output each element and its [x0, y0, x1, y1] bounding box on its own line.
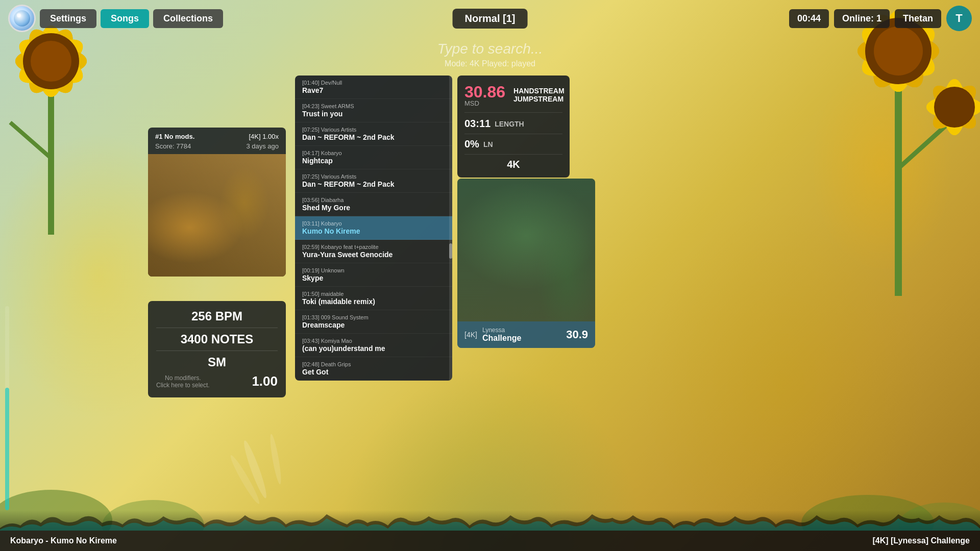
- no-mods-label: No modifiers.: [156, 374, 210, 382]
- keys-value: 4K: [464, 159, 562, 170]
- song-list-item[interactable]: [04:17] Kobaryo Nightcap: [295, 146, 452, 169]
- song-list-item[interactable]: [03:56] Diabarha Shed My Gore: [295, 193, 452, 216]
- app-logo[interactable]: [8, 5, 36, 32]
- song-title: Dan ~ REFORM ~ 2nd Pack: [302, 133, 445, 141]
- bpm-value: 256 BPM: [156, 309, 278, 323]
- timer-badge: 00:44: [789, 9, 829, 28]
- search-placeholder[interactable]: Type to search...: [362, 41, 618, 57]
- timer-value: 00:44: [797, 13, 821, 23]
- notes-value: 3400 NOTES: [156, 332, 278, 346]
- song-list-item[interactable]: [01:33] 009 Sound System Dreamscape: [295, 310, 452, 334]
- song-artist: [02:48] Death Grips: [302, 361, 445, 367]
- rate-value: 1.00: [252, 373, 278, 389]
- diff-thumbnail-inner: [457, 179, 595, 321]
- song-title: Skype: [302, 274, 445, 282]
- tag-2: JUMPSTREAM: [513, 95, 565, 103]
- ln-label: LN: [483, 140, 493, 148]
- status-diff-info: [4K] [Lynessa] Challenge: [872, 536, 970, 545]
- waveform: [0, 510, 980, 531]
- song-artist: [07:25] Various Artists: [302, 173, 445, 180]
- score-rank: #1 No mods.: [155, 133, 194, 140]
- scroll-bar[interactable]: [449, 76, 452, 381]
- song-artist: [01:33] 009 Sound System: [302, 314, 445, 320]
- song-list: [01:40] Dev/Null Rave7 [04:23] Sweet ARM…: [295, 76, 452, 381]
- info-panel: 30.86 MSD HANDSTREAM JUMPSTREAM 03:11 LE…: [457, 76, 570, 178]
- score-value-label: Score: 7784: [155, 142, 191, 150]
- diff-value: 30.9: [566, 328, 588, 341]
- song-title: Rave7: [302, 86, 445, 94]
- status-song-info: Kobaryo - Kumo No Kireme: [10, 536, 117, 545]
- song-title: Trust in you: [302, 110, 445, 118]
- song-list-item[interactable]: [03:11] Kobaryo Kumo No Kireme: [295, 216, 452, 240]
- username-badge[interactable]: Thetan: [895, 9, 941, 28]
- song-title: Toki (maidable remix): [302, 297, 445, 306]
- song-list-item[interactable]: [07:25] Various Artists Dan ~ REFORM ~ 2…: [295, 169, 452, 193]
- online-value: Online: 1: [842, 13, 881, 23]
- mode-badge[interactable]: Normal [1]: [453, 9, 528, 29]
- song-list-item[interactable]: [03:43] Komiya Mao (can you)understand m…: [295, 334, 452, 357]
- song-title: (can you)understand me: [302, 344, 445, 353]
- sm-value: SM: [156, 355, 278, 369]
- avatar-letter: T: [955, 12, 962, 25]
- topbar-right: 00:44 Online: 1 Thetan T: [789, 6, 972, 31]
- online-badge: Online: 1: [834, 9, 890, 28]
- keys-section: 4K: [464, 154, 562, 170]
- length-row: 03:11 LENGTH: [464, 112, 562, 130]
- score-panel-sub: Score: 7784 3 days ago: [148, 142, 286, 154]
- song-list-item[interactable]: [01:40] Dev/Null Rave7: [295, 76, 452, 99]
- song-list-item[interactable]: [02:48] Death Grips Get Got: [295, 357, 452, 381]
- stats-panel[interactable]: 256 BPM 3400 NOTES SM No modifiers. Clic…: [148, 301, 286, 397]
- status-bar: Kobaryo - Kumo No Kireme [4K] [Lynessa] …: [0, 531, 980, 551]
- stat-rate-labels: No modifiers. Click here to select.: [156, 374, 210, 389]
- song-artist: [07:25] Various Artists: [302, 127, 445, 133]
- song-list-item[interactable]: [00:19] Unknown Skype: [295, 263, 452, 287]
- score-value: 7784: [176, 142, 191, 150]
- mode-label: Normal [1]: [465, 13, 516, 24]
- username-label: Thetan: [903, 13, 933, 23]
- click-label: Click here to select.: [156, 382, 210, 389]
- ln-num: 0%: [464, 138, 479, 150]
- song-artist: [04:23] Sweet ARMS: [302, 103, 445, 109]
- song-title: Nightcap: [302, 157, 445, 165]
- song-title: Get Got: [302, 368, 445, 376]
- score-thumbnail: [148, 154, 286, 277]
- tag-1: HANDSTREAM: [513, 87, 565, 95]
- score-label: Score:: [155, 142, 175, 150]
- song-list-item[interactable]: [02:59] Kobaryo feat t+pazolite Yura-Yur…: [295, 240, 452, 263]
- song-title: Dan ~ REFORM ~ 2nd Pack: [302, 180, 445, 188]
- song-artist: [04:17] Kobaryo: [302, 150, 445, 156]
- songs-button[interactable]: Songs: [101, 9, 149, 28]
- volume-bar[interactable]: [5, 306, 9, 510]
- search-area: Type to search... Mode: 4K Played: playe…: [362, 41, 618, 68]
- song-artist: [01:40] Dev/Null: [302, 80, 445, 86]
- song-list-item[interactable]: [07:25] Various Artists Dan ~ REFORM ~ 2…: [295, 122, 452, 146]
- settings-button[interactable]: Settings: [40, 9, 96, 28]
- song-list-item[interactable]: [01:50] maidable Toki (maidable remix): [295, 287, 452, 310]
- score-rate: [4K] 1.00x: [249, 133, 279, 140]
- avatar[interactable]: T: [946, 6, 972, 31]
- length-label: LENGTH: [495, 120, 524, 128]
- volume-fill: [5, 388, 9, 510]
- song-artist: [02:59] Kobaryo feat t+pazolite: [302, 244, 445, 250]
- diff-panel[interactable]: [4K] Lynessa Challenge 30.9: [457, 179, 595, 348]
- diff-info: Lynessa Challenge: [482, 327, 521, 343]
- length-num: 03:11: [464, 118, 491, 130]
- ln-row: 0% LN: [464, 134, 562, 150]
- song-artist: [03:56] Diabarha: [302, 197, 445, 203]
- topbar: Settings Songs Collections Normal [1] 00…: [0, 0, 980, 37]
- diff-name: Challenge: [482, 334, 521, 343]
- msd-score: 30.86: [464, 83, 505, 102]
- song-artist: [01:50] maidable: [302, 291, 445, 297]
- song-artist: [03:11] Kobaryo: [302, 220, 445, 227]
- song-artist: [03:43] Komiya Mao: [302, 338, 445, 344]
- diff-creator: Lynessa: [482, 327, 521, 334]
- stat-divider-1: [156, 328, 278, 328]
- song-title: Dreamscape: [302, 321, 445, 329]
- song-artist: [00:19] Unknown: [302, 267, 445, 273]
- score-panel-header: #1 No mods. [4K] 1.00x: [148, 128, 286, 142]
- collections-button[interactable]: Collections: [153, 9, 223, 28]
- song-title: Shed My Gore: [302, 204, 445, 212]
- song-list-panel: [01:40] Dev/Null Rave7 [04:23] Sweet ARM…: [295, 76, 452, 381]
- song-list-item[interactable]: [04:23] Sweet ARMS Trust in you: [295, 99, 452, 122]
- stat-divider-2: [156, 350, 278, 351]
